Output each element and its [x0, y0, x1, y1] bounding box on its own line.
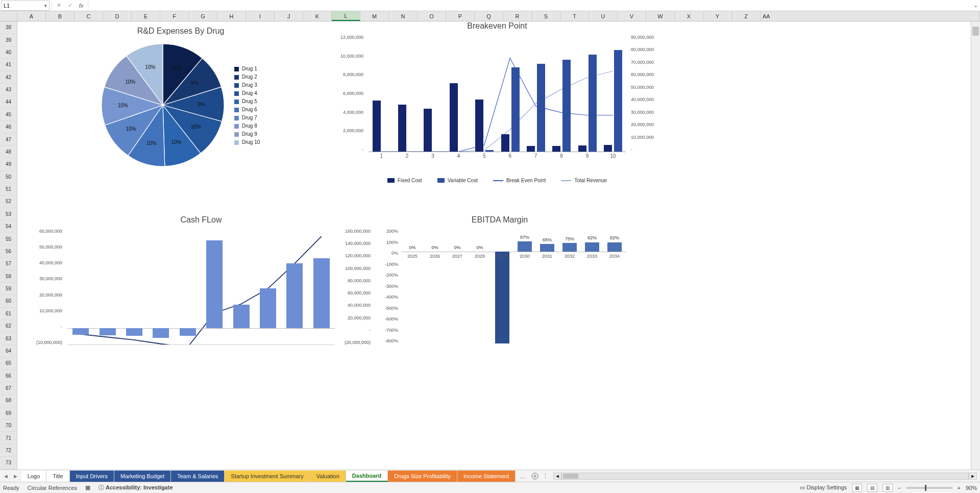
row-header-60[interactable]: 60 — [0, 295, 17, 307]
chart-breakeven[interactable]: Breakeven Point 12,000,00010,000,0008,00… — [329, 21, 666, 200]
expand-formula-bar-button[interactable]: ⌄ — [971, 2, 980, 9]
row-header-57[interactable]: 57 — [0, 258, 17, 270]
sheet-tab-startup-investment-summary[interactable]: Startup Investment Summary — [225, 471, 310, 482]
column-header-M[interactable]: M — [360, 11, 389, 21]
column-header-D[interactable]: D — [103, 11, 132, 21]
row-header-51[interactable]: 51 — [0, 183, 17, 195]
formula-input[interactable] — [89, 1, 971, 11]
column-header-T[interactable]: T — [560, 11, 589, 21]
row-header-43[interactable]: 43 — [0, 84, 17, 96]
select-all-corner[interactable] — [0, 11, 17, 21]
row-header-69[interactable]: 69 — [0, 407, 17, 420]
chart-rd-expenses-pie[interactable]: R&D Expenses By Drug 11%9%9%10%10%10%10%… — [35, 27, 326, 190]
column-header-P[interactable]: P — [446, 11, 475, 21]
column-header-U[interactable]: U — [589, 11, 618, 21]
row-header-62[interactable]: 62 — [0, 320, 17, 332]
row-header-73[interactable]: 73 — [0, 457, 17, 469]
column-header-H[interactable]: H — [217, 11, 246, 21]
zoom-out-button[interactable]: − — [898, 485, 901, 491]
sheet-tab-drugs-size-profitability[interactable]: Drugs Size Profitability — [388, 471, 457, 482]
row-header-56[interactable]: 56 — [0, 245, 17, 258]
view-page-break-button[interactable]: ▥ — [883, 484, 893, 492]
zoom-thumb[interactable] — [925, 485, 926, 491]
sheet-tab-team-salaries[interactable]: Team & Salaries — [171, 471, 225, 482]
column-header-L[interactable]: L — [332, 11, 360, 21]
column-header-Y[interactable]: Y — [703, 11, 732, 21]
row-header-44[interactable]: 44 — [0, 96, 17, 108]
sheet-tab-valuation[interactable]: Valuation — [310, 471, 346, 482]
column-header-R[interactable]: R — [503, 11, 532, 21]
name-box-dropdown-icon[interactable]: ▾ — [44, 3, 47, 8]
cancel-formula-button[interactable]: ✕ — [53, 1, 64, 11]
row-header-58[interactable]: 58 — [0, 270, 17, 283]
chart-ebitda-margin[interactable]: EBITDA Margin 200%100%0%-100%-200%-300%-… — [370, 215, 630, 368]
row-header-53[interactable]: 53 — [0, 208, 17, 220]
column-header-Q[interactable]: Q — [475, 11, 503, 21]
column-header-C[interactable]: C — [75, 11, 103, 21]
sheet-tab-title[interactable]: Title — [46, 471, 69, 482]
column-header-S[interactable]: S — [532, 11, 560, 21]
column-header-F[interactable]: F — [160, 11, 189, 21]
row-header-46[interactable]: 46 — [0, 121, 17, 133]
row-header-40[interactable]: 40 — [0, 46, 17, 59]
sheet-tab-marketing-budget[interactable]: Marketing Budget — [114, 471, 171, 482]
row-header-61[interactable]: 61 — [0, 308, 17, 320]
row-header-45[interactable]: 45 — [0, 109, 17, 121]
row-header-63[interactable]: 63 — [0, 332, 17, 344]
column-header-Z[interactable]: Z — [732, 11, 761, 21]
hscroll-track[interactable] — [561, 473, 969, 480]
row-header-59[interactable]: 59 — [0, 283, 17, 295]
column-header-W[interactable]: W — [646, 11, 675, 21]
column-header-G[interactable]: G — [189, 11, 217, 21]
tab-nav-prev-button[interactable]: ◄ — [3, 473, 9, 479]
insert-function-button[interactable]: fx — [76, 1, 87, 11]
row-header-71[interactable]: 71 — [0, 432, 17, 444]
row-header-66[interactable]: 66 — [0, 370, 17, 382]
row-header-48[interactable]: 48 — [0, 146, 17, 158]
row-header-55[interactable]: 55 — [0, 233, 17, 245]
column-header-A[interactable]: A — [17, 11, 46, 21]
column-header-AA[interactable]: AA — [761, 11, 980, 21]
row-header-50[interactable]: 50 — [0, 171, 17, 183]
row-header-41[interactable]: 41 — [0, 59, 17, 71]
sheet-tab-logo[interactable]: Logo — [21, 471, 46, 482]
row-header-68[interactable]: 68 — [0, 395, 17, 407]
view-normal-button[interactable]: ▦ — [852, 484, 862, 492]
column-header-E[interactable]: E — [132, 11, 160, 21]
column-header-X[interactable]: X — [675, 11, 703, 21]
column-header-N[interactable]: N — [389, 11, 418, 21]
tab-menu-button[interactable]: ⋮ — [541, 473, 550, 479]
row-header-64[interactable]: 64 — [0, 345, 17, 357]
column-header-O[interactable]: O — [418, 11, 446, 21]
tab-add-button[interactable] — [529, 473, 541, 480]
column-header-J[interactable]: J — [275, 11, 303, 21]
vertical-scrollbar[interactable] — [971, 21, 980, 470]
sheet-canvas[interactable]: R&D Expenses By Drug 11%9%9%10%10%10%10%… — [17, 21, 971, 470]
row-header-49[interactable]: 49 — [0, 158, 17, 170]
chart-cash-flow[interactable]: Cash FLow 60,000,00050,000,00040,000,000… — [28, 215, 375, 368]
hscroll-thumb[interactable] — [563, 474, 578, 479]
row-header-52[interactable]: 52 — [0, 195, 17, 208]
name-box[interactable]: L1 ▾ — [1, 1, 50, 11]
hscroll-left-button[interactable]: ◄ — [553, 473, 561, 480]
scroll-thumb[interactable] — [972, 27, 979, 36]
sheet-tab-dashboard[interactable]: Dashboard — [346, 471, 388, 482]
row-header-54[interactable]: 54 — [0, 220, 17, 233]
column-header-I[interactable]: I — [246, 11, 275, 21]
zoom-percent[interactable]: 90% — [966, 485, 977, 491]
column-header-K[interactable]: K — [303, 11, 332, 21]
column-header-B[interactable]: B — [46, 11, 75, 21]
row-header-70[interactable]: 70 — [0, 420, 17, 432]
zoom-slider[interactable] — [906, 487, 952, 489]
column-header-V[interactable]: V — [618, 11, 646, 21]
macro-record-icon[interactable]: ▦ — [85, 484, 90, 491]
accept-formula-button[interactable]: ✓ — [64, 1, 76, 11]
row-header-39[interactable]: 39 — [0, 34, 17, 46]
display-settings-button[interactable]: ▭ Display Settings — [800, 484, 847, 491]
view-page-layout-button[interactable]: ▤ — [867, 484, 877, 492]
row-header-67[interactable]: 67 — [0, 382, 17, 395]
tab-more-button[interactable]: … — [516, 473, 529, 479]
sheet-tab-input-drivers[interactable]: Input Drivers — [70, 471, 114, 482]
sheet-tab-income-statement[interactable]: Income Statement — [457, 471, 516, 482]
row-header-38[interactable]: 38 — [0, 21, 17, 34]
